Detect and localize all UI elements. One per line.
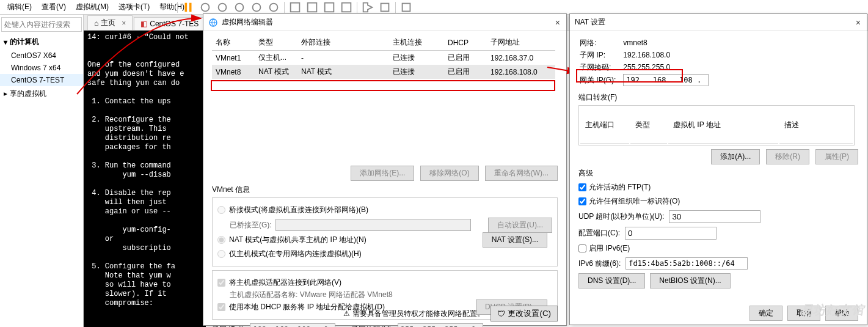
tool-icon[interactable]	[216, 1, 229, 14]
port-forward-table[interactable]: 主机端口 类型 虚拟机 IP 地址 描述	[578, 105, 855, 145]
change-settings-button[interactable]: 🛡更改设置(C)	[491, 306, 558, 321]
tree-heading[interactable]: ▾的计算机	[0, 34, 83, 50]
vmnet-info-label: VMnet 信息	[212, 185, 558, 195]
col-host[interactable]: 主机连接	[389, 35, 444, 51]
subnet-mask-label: 子网掩码(M):	[351, 325, 393, 328]
layout-icon[interactable]	[340, 1, 353, 14]
dialog-title: NAT 设置	[575, 17, 605, 28]
col-ext[interactable]: 外部连接	[297, 35, 389, 51]
menubar: 编辑(E) 查看(V) 虚拟机(M) 选项卡(T) 帮助(H)	[0, 0, 868, 15]
menu-edit[interactable]: 编辑(E)	[2, 1, 37, 13]
dialog-title: 虚拟网络编辑器	[222, 17, 273, 28]
pf-remove-button: 移除(R)	[766, 149, 809, 164]
svg-rect-7	[291, 3, 300, 12]
vm-item-selected[interactable]: CentOS 7-TEST	[0, 74, 83, 86]
toolbar	[177, 0, 413, 15]
svg-rect-9	[325, 3, 334, 12]
ipv6-checkbox[interactable]	[578, 244, 586, 252]
dialog-titlebar: 虚拟网络编辑器 ×	[203, 14, 566, 31]
col-type[interactable]: 类型	[255, 35, 297, 51]
tool-icon[interactable]	[399, 1, 413, 14]
dns-settings-button[interactable]: DNS 设置(D)...	[578, 273, 645, 288]
tool-icon[interactable]	[267, 1, 280, 14]
bridge-select	[275, 219, 471, 231]
auto-set-button: 自动设置(U)...	[488, 218, 552, 233]
col-dhcp[interactable]: DHCP	[444, 35, 487, 51]
pf-props-button: 属性(P)	[815, 149, 858, 164]
pause-icon[interactable]	[181, 1, 195, 14]
home-icon: ⌂	[94, 19, 98, 28]
ftp-checkbox[interactable]	[578, 183, 586, 191]
ok-button[interactable]: 确定	[749, 306, 782, 321]
rename-network-button: 重命名网络(W)...	[485, 166, 558, 181]
terminal[interactable]: 14: curl#6 - "Could not One of the confi…	[84, 31, 206, 327]
svg-rect-12	[403, 4, 410, 12]
ipv6-prefix-input[interactable]	[625, 257, 748, 270]
connect-adapter-checkbox	[217, 279, 225, 287]
advanced-label: 高级	[578, 168, 858, 178]
svg-point-3	[219, 4, 227, 12]
admin-warning: ⚠需要具备管理员特权才能修改网络配置。	[343, 309, 484, 319]
watermark: 易坊好文馆	[800, 302, 864, 318]
adapter-name-label: 主机虚拟适配器名称: VMware 网络适配器 VMnet8	[230, 290, 552, 300]
col-name[interactable]: 名称	[212, 35, 255, 51]
subnet-ip-label: 子网 IP (I):	[212, 325, 246, 328]
remove-network-button: 移除网络(O)	[420, 166, 478, 181]
vm-item[interactable]: CentOS7 X64	[0, 50, 83, 62]
dhcp-checkbox	[217, 303, 225, 311]
nat-settings-button[interactable]: NAT 设置(S)...	[483, 232, 547, 248]
tool-icon[interactable]	[250, 1, 263, 14]
layout-icon[interactable]	[323, 1, 336, 14]
udp-timeout-label: UDP 超时(以秒为单位)(U):	[578, 211, 664, 222]
close-icon[interactable]: ×	[122, 19, 126, 28]
globe-icon	[208, 18, 218, 28]
config-port-input[interactable]	[625, 227, 717, 240]
tree-heading[interactable]: ▸享的虚拟机	[0, 86, 83, 101]
nat-settings-dialog: NAT 设置 × 网络:vmnet8 子网 IP:192.168.108.0 子…	[569, 13, 867, 325]
dialog-titlebar: NAT 设置 ×	[570, 14, 867, 31]
table-row[interactable]: VMnet1仅主机...-已连接已启用192.168.37.0	[212, 51, 555, 65]
subnet-ip-input	[250, 323, 335, 327]
svg-rect-1	[189, 3, 192, 12]
col-subnet[interactable]: 子网地址	[487, 35, 555, 51]
close-icon[interactable]: ×	[856, 18, 861, 28]
tool-icon[interactable]	[199, 1, 212, 14]
pf-add-button[interactable]: 添加(A)...	[711, 149, 760, 164]
vm-icon: ◧	[140, 20, 147, 28]
close-icon[interactable]: ×	[555, 18, 560, 28]
hostonly-radio	[217, 250, 225, 258]
ipv6-prefix-label: IPv6 前缀(6):	[578, 259, 621, 269]
menu-vm[interactable]: 虚拟机(M)	[71, 1, 114, 13]
search-input[interactable]	[1, 17, 82, 32]
tab-vm[interactable]: ◧CentOS 7-TES	[134, 17, 205, 30]
svg-point-4	[236, 4, 244, 12]
nat-radio	[217, 236, 225, 244]
svg-point-6	[270, 4, 278, 12]
svg-rect-0	[185, 3, 188, 12]
bridge-radio	[217, 206, 225, 214]
vmnet-table[interactable]: 名称 类型 外部连接 主机连接 DHCP 子网地址 VMnet1仅主机...-已…	[212, 35, 555, 79]
vm-item[interactable]: Windows 7 x64	[0, 62, 83, 74]
layout-icon[interactable]	[305, 1, 319, 14]
warning-icon: ⚠	[343, 309, 350, 318]
subnet-mask-input	[398, 323, 483, 327]
netbios-settings-button[interactable]: NetBIOS 设置(N)...	[650, 273, 730, 288]
menu-view[interactable]: 查看(V)	[37, 1, 71, 13]
tool-icon[interactable]	[233, 1, 246, 14]
sidebar: ▾的计算机 CentOS7 X64 Windows 7 x64 CentOS 7…	[0, 15, 84, 327]
layout-icon[interactable]	[288, 1, 302, 14]
virtual-network-editor-dialog: 虚拟网络编辑器 × 名称 类型 外部连接 主机连接 DHCP 子网地址 VMne…	[203, 13, 567, 326]
tab-home[interactable]: ⌂主页×	[87, 15, 133, 30]
svg-rect-11	[381, 4, 389, 12]
org-checkbox[interactable]	[578, 197, 586, 205]
table-row-selected[interactable]: VMnet8NAT 模式NAT 模式已连接已启用192.168.108.0	[212, 65, 555, 79]
svg-point-2	[202, 4, 210, 12]
enter-icon[interactable]	[361, 1, 374, 14]
config-port-label: 配置端口(C):	[578, 228, 620, 238]
tool-icon[interactable]	[378, 1, 392, 14]
udp-timeout-input[interactable]	[669, 210, 760, 223]
svg-rect-10	[342, 3, 351, 12]
annotation-rectangle	[576, 69, 683, 83]
port-forward-label: 端口转发(F)	[578, 92, 617, 103]
menu-tabs[interactable]: 选项卡(T)	[114, 1, 155, 13]
